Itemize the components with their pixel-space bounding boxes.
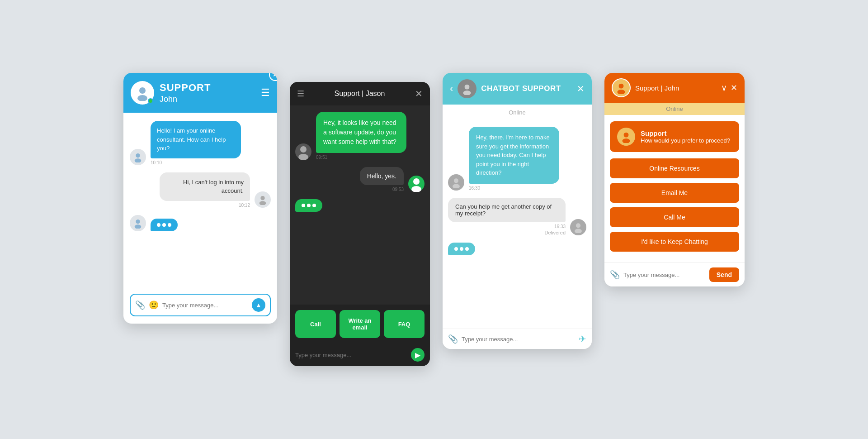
faq-button[interactable]: FAQ: [384, 310, 425, 338]
panel2-header: ☰ Support | Jason ✕: [290, 82, 430, 105]
call-button[interactable]: Call: [295, 310, 336, 338]
footer-icons: 📎 🙂: [135, 300, 159, 310]
message-bubble: Hello, yes.: [360, 167, 404, 185]
avatar: [131, 81, 154, 105]
close-button[interactable]: ✕: [415, 88, 423, 99]
chevron-down-icon[interactable]: ∨: [721, 83, 727, 93]
panel3-title: CHATBOT SUPPORT: [481, 84, 572, 93]
dot: [302, 204, 305, 207]
chat-body-2: Hey, it looks like you need a software u…: [290, 105, 430, 305]
panel1-title: SUPPORT John: [160, 82, 255, 104]
message-time: 10:10: [151, 160, 241, 165]
send-button[interactable]: ✈: [579, 334, 586, 344]
avatar: [458, 79, 476, 98]
delivered-status: Delivered: [448, 230, 566, 235]
dot: [460, 247, 463, 251]
message-time: 10:12: [160, 203, 250, 208]
typing-indicator: [151, 219, 178, 231]
svg-point-5: [259, 201, 266, 205]
avatar: [255, 191, 271, 208]
dot: [454, 247, 458, 251]
message-time: 09:51: [316, 155, 406, 160]
dot: [168, 223, 171, 227]
typing-indicator-row: [130, 215, 271, 231]
attachment-icon[interactable]: 📎: [135, 300, 145, 310]
typing-indicator: [295, 199, 322, 212]
message-bubble: Hey, there. I'm here to make sure you ge…: [469, 127, 559, 184]
avatar: [130, 215, 146, 231]
close-button[interactable]: ✕: [577, 83, 585, 94]
svg-point-17: [575, 229, 582, 233]
message-input[interactable]: [162, 302, 248, 309]
panel1-header: ✕ SUPPORT John ☰: [123, 73, 277, 113]
attachment-icon[interactable]: 📎: [448, 334, 458, 344]
svg-point-1: [137, 95, 147, 101]
close-button[interactable]: ✕: [731, 83, 737, 93]
panel-chatbot-support: ‹ CHATBOT SUPPORT ✕ Online Hey, there. I…: [443, 73, 592, 349]
message-bubble: Hey, it looks like you need a software u…: [316, 112, 406, 153]
svg-point-15: [453, 184, 460, 188]
table-row: Hello, yes. 09:53: [295, 167, 425, 192]
message-input-area-4: 📎 Send: [604, 262, 745, 286]
message-input-area-3: 📎 ✈: [443, 329, 592, 349]
message-input[interactable]: [462, 336, 575, 343]
action-buttons-area: Call Write an email FAQ: [290, 305, 430, 344]
panel-support-john-orange: Support | John ∨ ✕ Online Support How wo…: [604, 73, 745, 286]
svg-point-3: [135, 158, 142, 162]
panel-support-jason-dark: ☰ Support | Jason ✕ Hey, it looks like y…: [290, 82, 430, 366]
emoji-icon[interactable]: 🙂: [149, 300, 159, 310]
message-input[interactable]: [623, 272, 706, 278]
table-row: Can you help me get another copy of my r…: [448, 198, 586, 235]
message-time: 09:53: [360, 187, 404, 192]
table-row: Hi, I can't log in into my account. 10:1…: [130, 172, 271, 208]
svg-point-0: [139, 87, 146, 94]
message-bubble: Can you help me get another copy of my r…: [448, 198, 566, 222]
avatar: [130, 149, 146, 165]
svg-point-10: [413, 178, 420, 185]
back-button[interactable]: ‹: [450, 83, 453, 95]
email-me-button[interactable]: Email Me: [610, 183, 739, 203]
svg-point-9: [298, 154, 308, 160]
svg-point-12: [465, 85, 470, 90]
send-button[interactable]: Send: [709, 267, 739, 282]
online-resources-button[interactable]: Online Resources: [610, 158, 739, 178]
message-bubble: Hi, I can't log in into my account.: [160, 172, 250, 201]
typing-indicator-row: [448, 243, 586, 255]
send-button[interactable]: ▶: [411, 348, 425, 362]
svg-point-20: [624, 133, 629, 138]
send-button[interactable]: ▲: [252, 298, 265, 312]
chat-body-1: Hello! I am your online consultant. How …: [123, 113, 277, 294]
panel2-title: Support | Jason: [309, 90, 410, 98]
dot: [307, 204, 311, 207]
avatar: [617, 128, 635, 146]
dot: [157, 223, 160, 227]
message-bubble: Hello! I am your online consultant. How …: [151, 121, 241, 158]
close-button[interactable]: ✕: [269, 73, 277, 81]
message-time: 16:30: [469, 186, 559, 191]
write-email-button[interactable]: Write an email: [340, 310, 380, 338]
svg-point-7: [135, 224, 142, 229]
header-icons: ∨ ✕: [721, 83, 737, 93]
avatar: [295, 143, 311, 160]
support-card-message: How would you prefer to proceed?: [641, 137, 730, 144]
dot: [465, 247, 469, 251]
table-row: Hey, there. I'm here to make sure you ge…: [448, 127, 586, 191]
svg-point-2: [136, 153, 140, 157]
avatar: [408, 176, 425, 192]
keep-chatting-button[interactable]: I'd like to Keep Chatting: [610, 232, 739, 252]
attachment-icon[interactable]: 📎: [610, 270, 620, 280]
call-me-button[interactable]: Call Me: [610, 207, 739, 227]
panel4-title: Support | John: [635, 84, 717, 92]
hamburger-icon[interactable]: ☰: [261, 87, 270, 99]
message-input[interactable]: [295, 352, 407, 358]
svg-point-6: [136, 220, 140, 224]
svg-point-8: [300, 146, 307, 153]
svg-point-21: [622, 138, 630, 143]
message-time: 16:33: [448, 224, 566, 229]
message-input-area: 📎 🙂 ▲: [130, 294, 271, 316]
svg-point-13: [463, 91, 471, 95]
support-card-text: Support How would you prefer to proceed?: [641, 129, 730, 144]
online-status: Online: [443, 105, 592, 120]
hamburger-icon[interactable]: ☰: [297, 89, 304, 99]
online-status: Online: [604, 103, 745, 115]
